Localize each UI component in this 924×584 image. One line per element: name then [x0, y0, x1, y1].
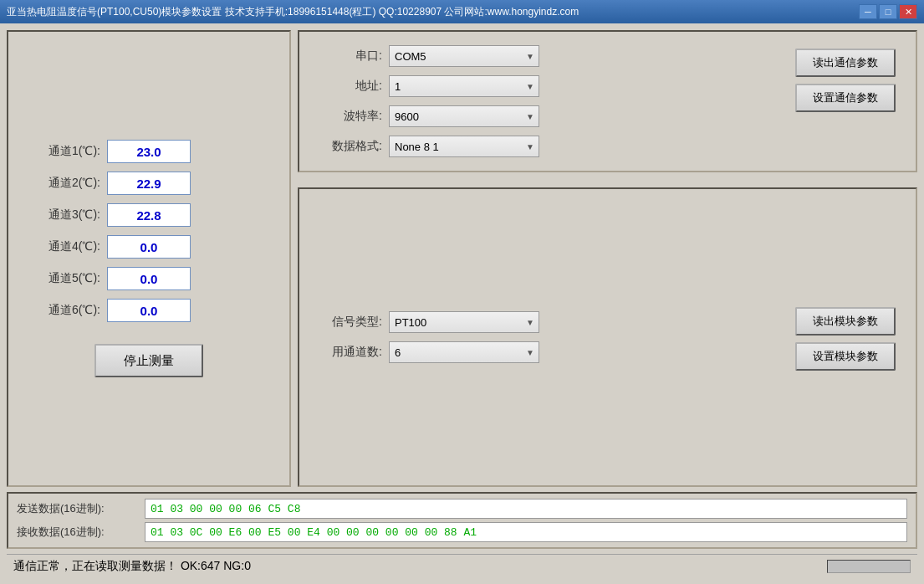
main-container: 通道1(℃): 23.0 通道2(℃): 22.9 通道3(℃): 22.8 通…: [0, 23, 924, 584]
signal-label: 信号类型:: [319, 315, 382, 330]
comm-form: 串口: COM5 COM1 COM2 COM3 COM4 COM6: [319, 45, 779, 157]
module-form: 信号类型: PT100 CU50 PT1000 用通道数:: [319, 311, 779, 363]
address-select[interactable]: 1 2 3 4 5: [389, 75, 539, 97]
address-select-wrapper[interactable]: 1 2 3 4 5: [389, 75, 539, 97]
status-bar: 通信正常，正在读取测量数据！ OK:647 NG:0: [7, 554, 917, 577]
baud-select[interactable]: 1200 2400 4800 9600 19200 38400 115200: [389, 105, 539, 127]
channel-row-6: 通道6(℃): 0.0: [25, 299, 273, 322]
status-progress-bar: [827, 560, 911, 573]
channel-4-value: 0.0: [107, 235, 191, 259]
baud-select-wrapper[interactable]: 1200 2400 4800 9600 19200 38400 115200: [389, 105, 539, 127]
format-select-wrapper[interactable]: None 8 1 Even 8 1 Odd 8 1: [389, 136, 539, 157]
recv-data-label: 接收数据(16进制):: [17, 525, 138, 540]
channel-6-label: 通道6(℃):: [25, 303, 100, 318]
port-label: 串口:: [319, 49, 382, 64]
channel-3-label: 通道3(℃):: [25, 207, 100, 223]
minimize-button[interactable]: ─: [859, 4, 877, 19]
format-select[interactable]: None 8 1 Even 8 1 Odd 8 1: [389, 136, 539, 157]
channel-count-row: 用通道数: 1 2 3 4 5 6: [319, 341, 779, 363]
address-row: 地址: 1 2 3 4 5: [319, 75, 779, 97]
recv-data-value: 01 03 0C 00 E6 00 E5 00 E4 00 00 00 00 0…: [145, 522, 907, 542]
format-label: 数据格式:: [319, 139, 382, 154]
recv-data-row: 接收数据(16进制): 01 03 0C 00 E6 00 E5 00 E4 0…: [17, 522, 907, 542]
channel-row-2: 通道2(℃): 22.9: [25, 172, 273, 195]
channel-row-5: 通道5(℃): 0.0: [25, 267, 273, 290]
signal-select-wrapper[interactable]: PT100 CU50 PT1000: [389, 311, 539, 333]
channel-2-label: 通道2(℃):: [25, 176, 100, 191]
baud-row: 波特率: 1200 2400 4800 9600 19200 38400 115…: [319, 105, 779, 127]
port-row: 串口: COM5 COM1 COM2 COM3 COM4 COM6: [319, 45, 779, 67]
section-divider: [298, 177, 917, 182]
port-select[interactable]: COM5 COM1 COM2 COM3 COM4 COM6: [389, 45, 539, 67]
stop-measure-button[interactable]: 停止测量: [94, 344, 203, 377]
maximize-button[interactable]: □: [879, 4, 897, 19]
channel-row-1: 通道1(℃): 23.0: [25, 140, 273, 163]
window-title: 亚当热电阻温度信号(PT100,CU50)模块参数设置 技术支持手机:18996…: [7, 5, 859, 19]
channel-5-label: 通道5(℃):: [25, 271, 100, 286]
send-data-label: 发送数据(16进制):: [17, 501, 138, 516]
port-select-wrapper[interactable]: COM5 COM1 COM2 COM3 COM4 COM6: [389, 45, 539, 67]
titlebar: 亚当热电阻温度信号(PT100,CU50)模块参数设置 技术支持手机:18996…: [0, 0, 924, 23]
channel-row-4: 通道4(℃): 0.0: [25, 235, 273, 259]
channel-1-value: 23.0: [107, 140, 191, 163]
format-row: 数据格式: None 8 1 Even 8 1 Odd 8 1: [319, 136, 779, 157]
channel-count-select[interactable]: 1 2 3 4 5 6: [389, 341, 539, 363]
signal-row: 信号类型: PT100 CU50 PT1000: [319, 311, 779, 333]
signal-select[interactable]: PT100 CU50 PT1000: [389, 311, 539, 333]
left-panel: 通道1(℃): 23.0 通道2(℃): 22.9 通道3(℃): 22.8 通…: [7, 30, 291, 487]
channel-count-select-wrapper[interactable]: 1 2 3 4 5 6: [389, 341, 539, 363]
close-button[interactable]: ✕: [899, 4, 917, 19]
baud-label: 波特率:: [319, 109, 382, 124]
bottom-data-section: 发送数据(16进制): 01 03 00 00 00 06 C5 C8 接收数据…: [7, 492, 917, 549]
channel-1-label: 通道1(℃):: [25, 144, 100, 159]
module-settings-box: 信号类型: PT100 CU50 PT1000 用通道数:: [298, 187, 917, 487]
read-module-button[interactable]: 读出模块参数: [795, 307, 896, 336]
channel-2-value: 22.9: [107, 172, 191, 195]
status-text: 通信正常，正在读取测量数据！ OK:647 NG:0: [13, 559, 251, 574]
comm-buttons: 读出通信参数 设置通信参数: [795, 45, 896, 112]
channel-row-3: 通道3(℃): 22.8: [25, 203, 273, 227]
send-data-row: 发送数据(16进制): 01 03 00 00 00 06 C5 C8: [17, 499, 907, 519]
set-comm-button[interactable]: 设置通信参数: [795, 84, 896, 112]
channel-3-value: 22.8: [107, 203, 191, 227]
top-section: 通道1(℃): 23.0 通道2(℃): 22.9 通道3(℃): 22.8 通…: [7, 30, 917, 487]
right-panel: 串口: COM5 COM1 COM2 COM3 COM4 COM6: [298, 30, 917, 487]
set-module-button[interactable]: 设置模块参数: [795, 342, 896, 371]
window-controls: ─ □ ✕: [859, 4, 917, 19]
module-buttons: 读出模块参数 设置模块参数: [795, 304, 896, 371]
channel-count-label: 用通道数:: [319, 345, 382, 360]
channel-5-value: 0.0: [107, 267, 191, 290]
channel-6-value: 0.0: [107, 299, 191, 322]
channel-4-label: 通道4(℃):: [25, 239, 100, 254]
address-label: 地址:: [319, 79, 382, 94]
read-comm-button[interactable]: 读出通信参数: [795, 49, 896, 77]
comm-settings-box: 串口: COM5 COM1 COM2 COM3 COM4 COM6: [298, 30, 917, 172]
send-data-value: 01 03 00 00 00 06 C5 C8: [145, 499, 907, 519]
